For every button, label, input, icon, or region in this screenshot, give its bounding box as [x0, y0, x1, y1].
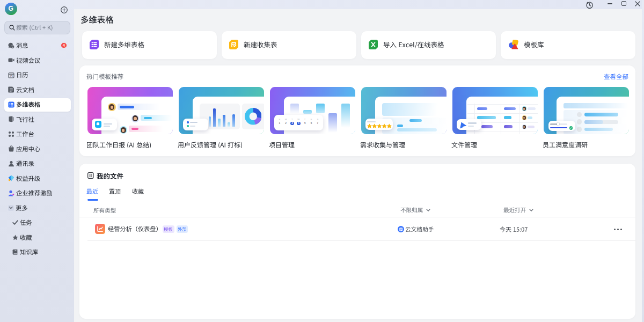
- svg-text:25: 25: [10, 74, 13, 77]
